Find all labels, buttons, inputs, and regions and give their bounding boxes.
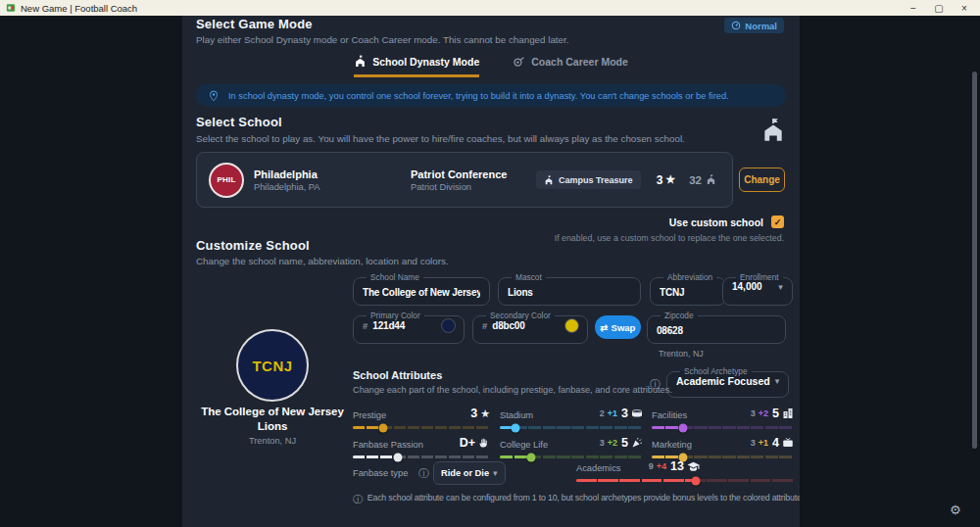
school-archetype-field[interactable]: School Archetype Academic Focused ▾ [666, 366, 789, 398]
hash-prefix: # [363, 320, 368, 331]
secondary-color-field[interactable]: Secondary Color # [472, 311, 588, 344]
select-school-heading: Select School [196, 115, 282, 129]
scrollbar[interactable] [972, 16, 978, 527]
tab-coach-career-mode[interactable]: Coach Career Mode [513, 55, 628, 77]
window-title: New Game | Football Coach [21, 3, 137, 14]
facilities-icon [782, 407, 794, 419]
gear-icon[interactable]: ⚙ [950, 503, 961, 517]
trait-label: Campus Treasure [559, 175, 633, 185]
slider-thumb[interactable] [512, 423, 520, 432]
school-name: Philadelphia [254, 168, 411, 180]
stadium-slider: Stadium 2+13 [500, 407, 643, 429]
academics-slider: Academics 9+413 [576, 459, 794, 482]
fanbase-type-dropdown[interactable]: Ride or Die ▾ [433, 461, 506, 485]
school-name-input[interactable] [363, 287, 480, 298]
school-attributes-subheading: Change each part of the school, includin… [353, 385, 672, 395]
school-rank: 32 [689, 174, 716, 186]
primary-color-label: Primary Color [367, 311, 424, 320]
rank-value: 32 [689, 174, 702, 186]
school-name-field[interactable]: School Name [353, 272, 490, 306]
swap-label: Swap [612, 322, 636, 333]
secondary-color-input[interactable] [492, 320, 545, 331]
school-trait-badge: Campus Treasure [536, 170, 641, 189]
star-icon: ★ [665, 173, 675, 186]
marketing-slider: Marketing 3+14 [652, 436, 794, 458]
info-icon[interactable]: ⓘ [418, 466, 429, 481]
chevron-down-icon: ▾ [775, 376, 780, 386]
zipcode-label: Zipcode [661, 311, 698, 320]
minimize-button[interactable]: − [907, 3, 919, 14]
selected-school-card[interactable]: PHIL Philadelphia Philadelphia, PA Patri… [196, 152, 733, 208]
difficulty-badge[interactable]: Normal [724, 18, 784, 33]
tab-label: Coach Career Mode [531, 56, 628, 68]
customize-school-subheading: Change the school name, abbreviation, lo… [196, 256, 449, 266]
game-mode-subheading: Play either School Dynasty mode or Coach… [196, 34, 568, 45]
game-mode-tabs: School Dynasty Mode Coach Career Mode [182, 55, 800, 77]
mascot-label: Mascot [512, 272, 546, 282]
slider-thumb[interactable] [692, 476, 701, 485]
use-custom-school-label: Use custom school [669, 216, 763, 228]
new-game-panel: Select Game Mode Normal Play either Scho… [182, 16, 800, 527]
school-icon [544, 175, 554, 185]
preview-mascot: Lions [184, 419, 361, 434]
pin-icon [208, 90, 220, 102]
zipcode-input[interactable] [657, 325, 776, 336]
preview-school-name: The College of New Jersey [184, 405, 361, 419]
school-building-icon [760, 118, 786, 143]
school-division: Patriot Division [411, 182, 536, 192]
difficulty-label: Normal [745, 21, 777, 31]
star-count: 3 [657, 173, 663, 187]
party-icon [631, 437, 643, 449]
gauge-icon [731, 21, 741, 30]
close-button[interactable]: × [958, 3, 970, 14]
enrollment-field[interactable]: Enrollment 14,000 ▾ [722, 272, 793, 306]
school-star-rating: 3 ★ [657, 173, 676, 187]
hash-prefix: # [482, 320, 487, 331]
slider-thumb[interactable] [394, 453, 403, 461]
slider-thumb[interactable] [678, 423, 687, 432]
tab-label: School Dynasty Mode [372, 56, 479, 68]
tab-school-dynasty-mode[interactable]: School Dynasty Mode [354, 55, 479, 77]
slider-thumb[interactable] [378, 423, 387, 432]
primary-color-field[interactable]: Primary Color # [353, 311, 465, 344]
swap-colors-button[interactable]: ⇄ Swap [595, 315, 641, 339]
star-icon: ★ [480, 407, 490, 420]
use-custom-school-checkbox[interactable]: ✓ [771, 216, 784, 228]
whistle-icon [513, 55, 525, 68]
school-icon [706, 174, 716, 185]
slider-thumb[interactable] [527, 453, 536, 461]
abbreviation-field[interactable]: Abbreviation [650, 272, 726, 306]
school-name-label: School Name [367, 272, 423, 282]
chevron-down-icon: ▾ [778, 282, 783, 292]
zipcode-city-hint: Trenton, NJ [659, 349, 704, 359]
fanbase-type-label: Fanbase type [353, 468, 408, 478]
primary-color-input[interactable] [372, 320, 423, 331]
mascot-input[interactable] [508, 287, 631, 298]
change-school-button[interactable]: Change [739, 168, 785, 192]
secondary-color-label: Secondary Color [486, 311, 555, 320]
maximize-button[interactable]: ▢ [933, 3, 945, 14]
game-mode-heading: Select Game Mode [196, 17, 313, 31]
tv-icon [782, 437, 794, 449]
swap-icon: ⇄ [601, 322, 609, 333]
fanbase-type-value: Ride or Die [441, 468, 489, 478]
secondary-color-swatch[interactable] [565, 319, 578, 332]
select-school-subheading: Select the school to play as. You will h… [196, 133, 685, 144]
scrollbar-thumb[interactable] [972, 72, 977, 449]
use-custom-school-hint: If enabled, use a custom school to repla… [555, 233, 784, 243]
app-background: Select Game Mode Normal Play either Scho… [0, 16, 980, 527]
school-archetype-value: Academic Focused [676, 375, 770, 387]
primary-color-swatch[interactable] [442, 319, 455, 332]
school-preview-text: The College of New Jersey Lions Trenton,… [184, 405, 361, 446]
info-icon: ⓘ [353, 493, 363, 506]
gradcap-icon [687, 460, 700, 473]
fanbase-passion-slider: Fanbase Passion D+ [353, 436, 490, 458]
mascot-field[interactable]: Mascot [498, 272, 641, 306]
enrollment-value: 14,000 [732, 281, 762, 292]
zipcode-field[interactable]: Zipcode [647, 311, 786, 344]
dynasty-info-banner: In school dynasty mode, you control one … [196, 84, 786, 107]
abbreviation-input[interactable] [660, 287, 716, 298]
dynasty-info-text: In school dynasty mode, you control one … [228, 91, 729, 101]
prestige-slider: Prestige 3★ [353, 407, 490, 429]
attributes-note: ⓘ Each school attribute can be configure… [353, 493, 800, 506]
